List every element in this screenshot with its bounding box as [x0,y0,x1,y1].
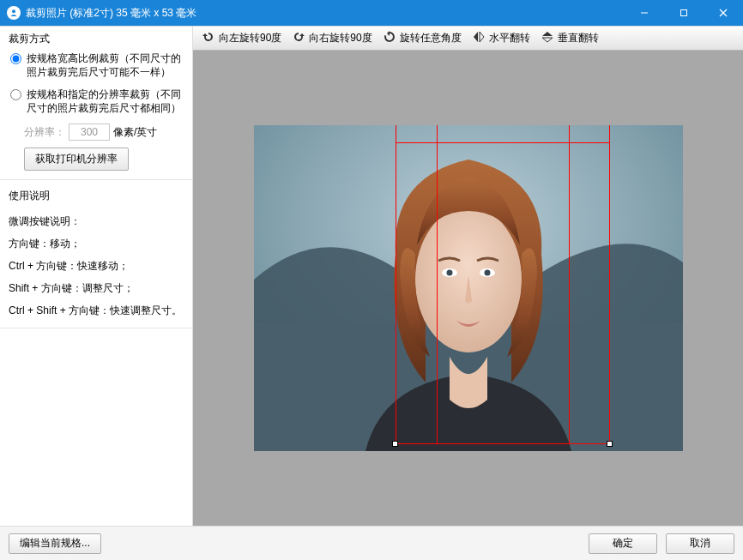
flip-horizontal-button[interactable]: 水平翻转 [467,28,535,49]
rotate-left-button[interactable]: 向左旋转90度 [196,28,287,49]
footer: 编辑当前规格... 确定 取消 [0,526,743,560]
crop-rectangle[interactable] [396,125,610,444]
flip-horizontal-label: 水平翻转 [489,31,530,45]
window-controls [625,0,743,26]
crop-mode-option-dpi[interactable]: 按规格和指定的分辨率裁剪（不同尺寸的照片裁剪完后尺寸都相同） [10,87,184,115]
title-bar: 裁剪照片 (标准2寸) 35 毫米 x 53 毫米 [0,0,743,26]
rotate-left-label: 向左旋转90度 [219,31,281,45]
dpi-input[interactable] [69,123,110,141]
client-area: 裁剪方式 按规格宽高比例裁剪（不同尺寸的照片裁剪完后尺寸可能不一样） 按规格和指… [0,26,743,526]
main-area: 向左旋转90度 向右旋转90度 旋转任意角度 水平翻转 垂直翻转 [193,27,743,526]
window-title: 裁剪照片 (标准2寸) 35 毫米 x 53 毫米 [26,6,625,21]
flip-horizontal-icon [472,30,486,46]
rotate-right-button[interactable]: 向右旋转90度 [287,28,377,49]
help-line: Shift + 方向键：调整尺寸； [9,278,184,298]
app-icon [7,6,21,20]
svg-rect-2 [681,10,687,16]
crop-guide-left [437,125,438,444]
svg-point-0 [12,9,15,13]
rotate-any-icon [383,30,396,46]
toolbar: 向左旋转90度 向右旋转90度 旋转任意角度 水平翻转 垂直翻转 [193,27,743,51]
radio-dpi-label: 按规格和指定的分辨率裁剪（不同尺寸的照片裁剪完后尺寸都相同） [27,87,184,115]
help-line: Ctrl + Shift + 方向键：快速调整尺寸。 [9,300,184,321]
get-printer-dpi-button[interactable]: 获取打印机分辨率 [24,148,129,171]
help-line: Ctrl + 方向键：快速移动； [9,256,184,276]
dpi-label: 分辨率： [24,125,65,140]
rotate-right-label: 向右旋转90度 [309,31,372,45]
flip-vertical-icon [541,30,554,46]
dpi-unit: 像素/英寸 [113,125,157,140]
canvas-area[interactable] [193,51,743,526]
crop-guide-top [396,142,610,143]
sidebar: 裁剪方式 按规格宽高比例裁剪（不同尺寸的照片裁剪完后尺寸可能不一样） 按规格和指… [0,27,193,526]
rotate-any-label: 旋转任意角度 [400,31,462,45]
flip-vertical-button[interactable]: 垂直翻转 [535,28,604,49]
help-line: 方向键：移动； [9,233,184,254]
crop-handle-se[interactable] [607,441,613,447]
crop-handle-sw[interactable] [392,441,398,447]
crop-mode-group: 裁剪方式 按规格宽高比例裁剪（不同尺寸的照片裁剪完后尺寸可能不一样） 按规格和指… [0,27,192,180]
minimize-button[interactable] [625,0,664,26]
help-title: 使用说明 [9,185,184,206]
photo[interactable] [254,125,683,451]
radio-dpi[interactable] [10,89,21,100]
rotate-left-icon [202,30,215,46]
crop-guide-right [569,125,570,444]
sidebar-spacer [0,328,192,526]
help-line: 微调按键说明： [9,211,184,232]
radio-aspect[interactable] [10,53,21,64]
edit-spec-button[interactable]: 编辑当前规格... [9,533,101,554]
dpi-row: 分辨率： 像素/英寸 [24,123,184,141]
radio-aspect-label: 按规格宽高比例裁剪（不同尺寸的照片裁剪完后尺寸可能不一样） [27,51,184,79]
close-button[interactable] [704,0,743,26]
flip-vertical-label: 垂直翻转 [558,31,599,45]
cancel-button[interactable]: 取消 [666,533,734,554]
rotate-right-icon [292,30,305,46]
ok-button[interactable]: 确定 [589,533,657,554]
maximize-button[interactable] [664,0,704,26]
help-group: 使用说明 微调按键说明： 方向键：移动； Ctrl + 方向键：快速移动； Sh… [0,180,192,328]
rotate-any-button[interactable]: 旋转任意角度 [378,28,467,49]
crop-mode-title: 裁剪方式 [9,32,184,46]
crop-mode-option-aspect[interactable]: 按规格宽高比例裁剪（不同尺寸的照片裁剪完后尺寸可能不一样） [10,51,184,79]
